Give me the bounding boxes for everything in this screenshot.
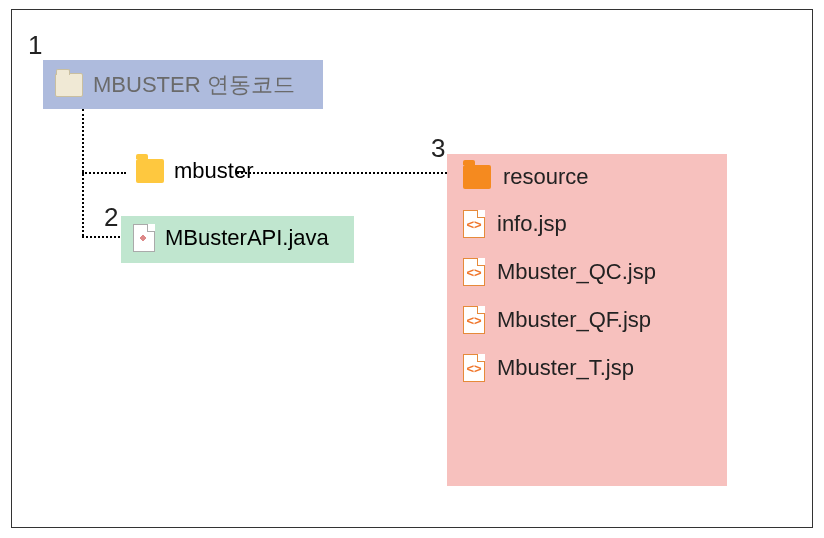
mbuster-folder-label: mbuster	[174, 158, 253, 184]
connector	[82, 109, 84, 236]
resource-box: resource <> info.jsp <> Mbuster_QC.jsp <…	[447, 154, 727, 486]
folder-icon	[136, 159, 164, 183]
file-label: Mbuster_QF.jsp	[497, 307, 651, 333]
folder-icon	[55, 73, 83, 97]
jsp-file-icon: <>	[463, 210, 485, 238]
annotation-2: 2	[104, 202, 118, 233]
list-item: <> Mbuster_QF.jsp	[447, 296, 727, 344]
connector	[82, 172, 126, 174]
file-label: Mbuster_T.jsp	[497, 355, 634, 381]
api-file-label: MBusterAPI.java	[165, 225, 329, 251]
resource-folder-label: resource	[503, 164, 589, 190]
annotation-1: 1	[28, 30, 42, 61]
root-folder-label: MBUSTER 연동코드	[93, 70, 295, 100]
connector	[82, 236, 120, 238]
file-label: Mbuster_QC.jsp	[497, 259, 656, 285]
connector	[237, 172, 447, 174]
mbuster-folder-node: mbuster	[126, 152, 263, 190]
api-file-box: MBusterAPI.java	[121, 216, 354, 263]
list-item: <> info.jsp	[447, 200, 727, 248]
list-item: <> Mbuster_T.jsp	[447, 344, 727, 392]
jsp-file-icon: <>	[463, 354, 485, 382]
java-file-icon	[133, 224, 155, 252]
root-folder-box: MBUSTER 연동코드	[43, 60, 323, 109]
api-file-node: MBusterAPI.java	[121, 216, 354, 260]
annotation-3: 3	[431, 133, 445, 164]
diagram-frame: 1 2 3 MBUSTER 연동코드 mbuster MBusterAPI.ja…	[11, 9, 813, 528]
list-item: <> Mbuster_QC.jsp	[447, 248, 727, 296]
jsp-file-icon: <>	[463, 258, 485, 286]
resource-folder-node: resource	[447, 154, 727, 200]
root-folder-node: MBUSTER 연동코드	[43, 60, 323, 110]
folder-icon	[463, 165, 491, 189]
file-label: info.jsp	[497, 211, 567, 237]
jsp-file-icon: <>	[463, 306, 485, 334]
